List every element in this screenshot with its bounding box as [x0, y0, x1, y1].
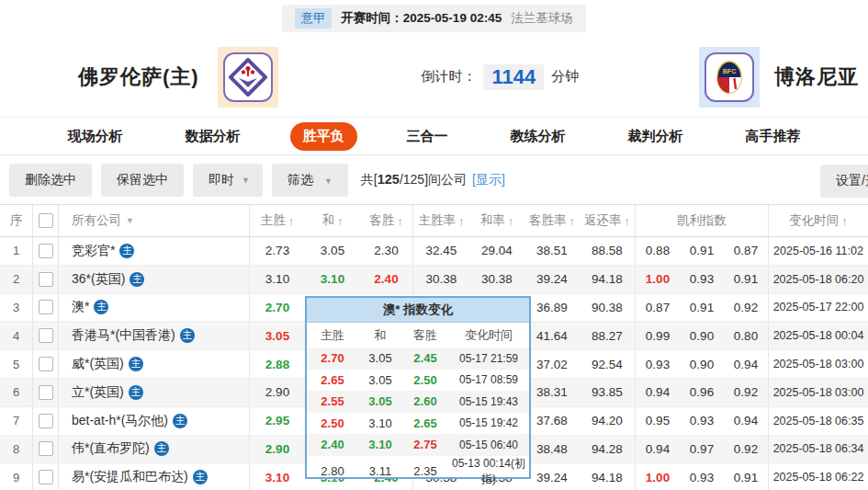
- header-draw-odds[interactable]: 和↑: [305, 205, 360, 236]
- row-checkbox[interactable]: [39, 470, 53, 484]
- kelly-away-cell: 0.87: [724, 237, 769, 265]
- home-rate-cell: 30.38: [413, 266, 469, 293]
- settings-select-button[interactable]: 设置/选择: [820, 165, 868, 198]
- away-rate-cell: 36.89: [524, 294, 580, 322]
- sort-asc-icon: ↑: [397, 214, 403, 228]
- popup-change-time: 05-15 06:40: [448, 439, 529, 451]
- header-home-rate[interactable]: 主胜率↑: [413, 205, 469, 236]
- top-bar: 意甲 开赛时间：2025-05-19 02:45 法兰基球场: [0, 0, 868, 37]
- company-cell[interactable]: 36*(英国) 主: [59, 266, 250, 293]
- change-time-cell: 2025-05-16 11:02: [769, 237, 868, 265]
- row-checkbox-cell: [33, 463, 59, 490]
- company-name: 威*(英国): [72, 356, 124, 372]
- venue-name: 法兰基球场: [511, 10, 573, 27]
- away-odds-cell[interactable]: 2.30: [360, 237, 413, 265]
- home-odds-cell[interactable]: 3.05: [250, 322, 305, 349]
- show-link[interactable]: [显示]: [472, 172, 505, 188]
- delete-selected-button[interactable]: 删除选中: [9, 164, 92, 197]
- kelly-draw-cell: 0.93: [680, 266, 724, 293]
- odds-mode-dropdown[interactable]: 即时 ▼: [193, 164, 263, 197]
- row-checkbox[interactable]: [39, 385, 53, 400]
- home-badge-icon: 主: [119, 244, 134, 258]
- nav-tab[interactable]: 裁判分析: [615, 122, 696, 151]
- popup-draw-odds: 3.05: [358, 373, 402, 387]
- home-odds-cell[interactable]: 2.88: [250, 350, 305, 378]
- filter-dropdown[interactable]: 筛选 ▼: [272, 164, 348, 197]
- row-checkbox[interactable]: [39, 441, 53, 456]
- kelly-away-cell: 0.80: [724, 322, 769, 349]
- row-checkbox[interactable]: [39, 414, 53, 428]
- kelly-home-cell: 0.93: [636, 350, 680, 378]
- header-home-odds[interactable]: 主胜↑: [250, 205, 305, 236]
- popup-away-odds: 2.50: [402, 373, 448, 387]
- nav-tab[interactable]: 胜平负: [290, 122, 357, 151]
- filter-label: 筛选: [287, 172, 313, 187]
- home-odds-cell[interactable]: 2.73: [250, 237, 305, 265]
- home-odds-cell[interactable]: 3.10: [250, 266, 305, 293]
- row-checkbox[interactable]: [39, 328, 53, 343]
- keep-selected-button[interactable]: 保留选中: [101, 164, 184, 197]
- company-cell[interactable]: 伟*(直布罗陀) 主: [59, 436, 250, 463]
- company-name: 伟*(直布罗陀): [72, 440, 150, 457]
- header-kelly-index: 凯利指数: [636, 205, 769, 236]
- company-cell[interactable]: bet-at-h*(马尔他) 主: [59, 407, 250, 435]
- home-odds-cell[interactable]: 3.10: [250, 463, 305, 490]
- company-cell[interactable]: 立*(英国) 主: [59, 379, 250, 406]
- nav-tab[interactable]: 三合一: [394, 122, 461, 151]
- draw-odds-cell[interactable]: 3.05: [305, 237, 360, 265]
- header-away-rate[interactable]: 客胜率↑: [524, 205, 580, 236]
- return-rate-cell: 88.27: [580, 322, 636, 349]
- bologna-crest-icon: BFC: [705, 52, 754, 102]
- nav-tab[interactable]: 现场分析: [55, 122, 136, 151]
- row-seq: 3: [0, 294, 33, 322]
- home-badge-icon: 主: [154, 441, 169, 456]
- return-rate-cell: 94.18: [580, 463, 636, 490]
- league-badge[interactable]: 意甲: [295, 8, 332, 28]
- kelly-away-cell: 0.92: [724, 379, 769, 406]
- popup-header-row: 主胜 和 客胜 变化时间: [307, 323, 529, 348]
- popup-home-odds: 2.55: [307, 394, 358, 408]
- row-checkbox[interactable]: [39, 272, 53, 287]
- table-row: 2 36*(英国) 主 3.10 3.10 2.40 30.38 30.38 3…: [0, 266, 868, 294]
- away-rate-cell: 39.24: [524, 463, 580, 490]
- nav-tab[interactable]: 教练分析: [498, 122, 579, 151]
- company-cell[interactable]: 易*(安提瓜和巴布达) 主: [59, 463, 250, 490]
- home-odds-cell[interactable]: 2.90: [250, 379, 305, 406]
- row-checkbox[interactable]: [39, 244, 53, 258]
- change-time-cell: 2025-05-18 06:34: [769, 436, 868, 463]
- popup-draw-odds: 3.10: [358, 438, 402, 451]
- header-return-rate[interactable]: 返还率↑: [580, 205, 636, 236]
- nav-tab[interactable]: 高手推荐: [733, 122, 814, 151]
- select-all-checkbox[interactable]: [39, 213, 53, 228]
- company-name: 竞彩官*: [72, 243, 115, 259]
- company-cell[interactable]: 澳* 主: [59, 294, 250, 322]
- company-cell[interactable]: 威*(英国) 主: [59, 350, 250, 378]
- row-checkbox[interactable]: [39, 300, 53, 314]
- nav-tab[interactable]: 数据分析: [173, 122, 254, 151]
- return-rate-cell: 92.54: [580, 350, 636, 378]
- home-odds-cell[interactable]: 2.90: [250, 436, 305, 463]
- draw-odds-cell[interactable]: 3.10: [305, 266, 360, 293]
- odds-table-header: 序 所有公司 ▼ 主胜↑ 和↑ 客胜↑ 主胜率↑ 和率↑: [0, 205, 868, 237]
- header-company[interactable]: 所有公司 ▼: [59, 205, 250, 236]
- row-checkbox[interactable]: [39, 357, 53, 371]
- draw-rate-cell: 29.04: [469, 237, 524, 265]
- home-odds-cell[interactable]: 2.70: [250, 294, 305, 322]
- draw-rate-cell: 30.38: [469, 266, 524, 293]
- away-rate-cell: 38.31: [524, 379, 580, 406]
- header-change-time[interactable]: 变化时间↑: [769, 205, 868, 236]
- countdown-value: 1144: [483, 64, 544, 90]
- row-seq: 5: [0, 350, 33, 378]
- home-odds-cell[interactable]: 2.95: [250, 407, 305, 435]
- kelly-away-cell: 0.94: [724, 350, 769, 378]
- chevron-down-icon: ▼: [324, 177, 333, 186]
- away-odds-cell[interactable]: 2.40: [360, 266, 413, 293]
- header-away-odds[interactable]: 客胜↑: [360, 205, 413, 236]
- kelly-away-cell: 0.94: [724, 407, 769, 435]
- change-time-cell: 2025-05-18 03:00: [769, 379, 868, 406]
- company-cell[interactable]: 竞彩官* 主: [59, 237, 250, 265]
- company-cell[interactable]: 香港马*(中国香港) 主: [59, 322, 250, 349]
- header-draw-rate[interactable]: 和率↑: [469, 205, 524, 236]
- popup-header-time: 变化时间: [448, 327, 529, 344]
- kelly-away-cell: 0.92: [724, 294, 769, 322]
